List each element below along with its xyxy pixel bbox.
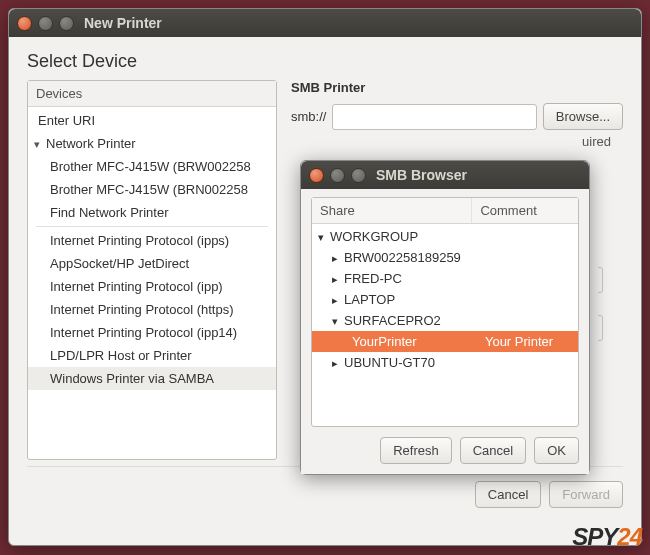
close-icon[interactable] bbox=[17, 16, 32, 31]
window-title: New Printer bbox=[84, 15, 162, 31]
row-label: BRW002258189259 bbox=[344, 250, 461, 265]
col-share[interactable]: Share bbox=[312, 198, 472, 223]
row-label: SURFACEPRO2 bbox=[344, 313, 441, 328]
separator bbox=[36, 226, 268, 227]
tree-item-samba[interactable]: Windows Printer via SAMBA bbox=[28, 367, 276, 390]
row-comment: Your Printer bbox=[485, 334, 574, 349]
dialog-content: Share Comment WORKGROUP BRW002258189259 … bbox=[301, 189, 589, 474]
chevron-right-icon bbox=[332, 250, 344, 265]
maximize-icon[interactable] bbox=[351, 168, 366, 183]
browse-row[interactable]: UBUNTU-GT70 bbox=[312, 352, 578, 373]
dialog-button-bar: Refresh Cancel OK bbox=[311, 437, 579, 464]
tree-network-printer[interactable]: Network Printer bbox=[28, 132, 276, 155]
row-label: FRED-PC bbox=[344, 271, 402, 286]
tree-item[interactable]: Internet Printing Protocol (ipp14) bbox=[28, 321, 276, 344]
tree-item[interactable]: AppSocket/HP JetDirect bbox=[28, 252, 276, 275]
chevron-down-icon bbox=[34, 136, 46, 151]
chevron-right-icon bbox=[332, 355, 344, 370]
titlebar[interactable]: New Printer bbox=[9, 9, 641, 37]
col-comment[interactable]: Comment bbox=[472, 198, 578, 223]
browse-row[interactable]: FRED-PC bbox=[312, 268, 578, 289]
browse-list[interactable]: Share Comment WORKGROUP BRW002258189259 … bbox=[311, 197, 579, 427]
row-label: WORKGROUP bbox=[330, 229, 418, 244]
dialog-titlebar[interactable]: SMB Browser bbox=[301, 161, 589, 189]
chevron-down-icon bbox=[318, 229, 330, 244]
smb-browser-dialog: SMB Browser Share Comment WORKGROUP BRW0… bbox=[300, 160, 590, 475]
ok-button[interactable]: OK bbox=[534, 437, 579, 464]
window-controls bbox=[17, 16, 74, 31]
close-icon[interactable] bbox=[309, 168, 324, 183]
browse-list-header: Share Comment bbox=[312, 198, 578, 224]
watermark: SPY24 bbox=[572, 523, 642, 551]
forward-button[interactable]: Forward bbox=[549, 481, 623, 508]
hidden-field-edges bbox=[598, 267, 603, 341]
minimize-icon[interactable] bbox=[38, 16, 53, 31]
tree-enter-uri[interactable]: Enter URI bbox=[28, 109, 276, 132]
browse-button[interactable]: Browse... bbox=[543, 103, 623, 130]
cancel-button[interactable]: Cancel bbox=[460, 437, 526, 464]
window-controls bbox=[309, 168, 366, 183]
minimize-icon[interactable] bbox=[330, 168, 345, 183]
row-label: YourPrinter bbox=[352, 334, 417, 349]
row-label: LAPTOP bbox=[344, 292, 395, 307]
tree-item[interactable]: LPD/LPR Host or Printer bbox=[28, 344, 276, 367]
browse-row-surfacepro2[interactable]: SURFACEPRO2 bbox=[312, 310, 578, 331]
smb-title: SMB Printer bbox=[291, 80, 623, 95]
browse-row[interactable]: LAPTOP bbox=[312, 289, 578, 310]
devices-header: Devices bbox=[28, 81, 276, 107]
row-label: UBUNTU-GT70 bbox=[344, 355, 435, 370]
tree-item[interactable]: Find Network Printer bbox=[28, 201, 276, 224]
maximize-icon[interactable] bbox=[59, 16, 74, 31]
chevron-right-icon bbox=[332, 292, 344, 307]
browse-row-workgroup[interactable]: WORKGROUP bbox=[312, 226, 578, 247]
tree-group-label: Network Printer bbox=[46, 136, 136, 151]
browse-list-body: WORKGROUP BRW002258189259 FRED-PC LAPTOP… bbox=[312, 224, 578, 375]
tree-item[interactable]: Internet Printing Protocol (ipps) bbox=[28, 229, 276, 252]
smb-uri-input[interactable] bbox=[332, 104, 536, 130]
chevron-down-icon bbox=[332, 313, 344, 328]
page-heading: Select Device bbox=[27, 51, 623, 72]
devices-panel: Devices Enter URI Network Printer Brothe… bbox=[27, 80, 277, 460]
tree-item[interactable]: Brother MFC-J415W (BRW002258 bbox=[28, 155, 276, 178]
refresh-button[interactable]: Refresh bbox=[380, 437, 452, 464]
chevron-right-icon bbox=[332, 271, 344, 286]
watermark-text: 24 bbox=[617, 523, 642, 550]
tree-item[interactable]: Internet Printing Protocol (https) bbox=[28, 298, 276, 321]
dialog-title: SMB Browser bbox=[376, 167, 467, 183]
required-fragment: uired bbox=[582, 134, 611, 149]
smb-prefix-label: smb:// bbox=[291, 109, 326, 124]
tree-item[interactable]: Brother MFC-J415W (BRN002258 bbox=[28, 178, 276, 201]
browse-row-yourprinter[interactable]: YourPrinter Your Printer bbox=[312, 331, 578, 352]
tree-item[interactable]: Internet Printing Protocol (ipp) bbox=[28, 275, 276, 298]
browse-row[interactable]: BRW002258189259 bbox=[312, 247, 578, 268]
device-tree[interactable]: Enter URI Network Printer Brother MFC-J4… bbox=[28, 107, 276, 459]
watermark-text: SPY bbox=[572, 523, 617, 550]
cancel-button[interactable]: Cancel bbox=[475, 481, 541, 508]
